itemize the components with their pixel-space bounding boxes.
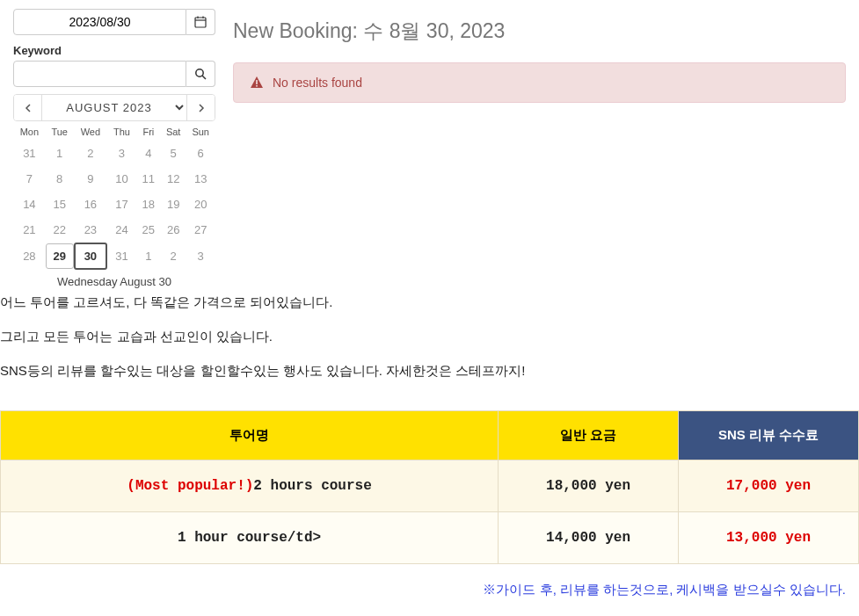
next-month-button[interactable] — [186, 95, 215, 120]
col-tour-name: 투어명 — [1, 411, 499, 460]
day-header: Sat — [161, 123, 186, 141]
main-content: New Booking: 수 8월 30, 2023 No results fo… — [233, 9, 846, 290]
intro-line: SNS등의 리뷰를 할수있는 대상을 할인할수있는 행사도 있습니다. 자세한것… — [0, 359, 859, 382]
calendar-day[interactable]: 12 — [161, 166, 186, 192]
regular-price-cell: 18,000 yen — [499, 460, 679, 512]
price-table: 투어명 일반 요금 SNS 리뷰 수수료 (Most popular!)2 ho… — [0, 410, 859, 564]
calendar-footer: Wednesday August 30 — [13, 270, 215, 290]
calendar-day[interactable]: 3 — [186, 243, 215, 269]
calendar-day[interactable]: 1 — [46, 141, 74, 166]
sidebar: Keyword AUGUST 2023 — [13, 9, 215, 290]
search-icon — [194, 68, 207, 80]
intro-line: 그리고 모든 투어는 교습과 선교인이 있습니다. — [0, 324, 859, 348]
calendar-day[interactable]: 20 — [186, 192, 215, 217]
calendar-day[interactable]: 16 — [74, 192, 108, 217]
svg-point-4 — [196, 69, 203, 76]
svg-line-5 — [202, 76, 206, 79]
tour-name-cell: (Most popular!)2 hours course — [1, 460, 499, 512]
no-results-alert: No results found — [233, 62, 846, 103]
keyword-group — [13, 61, 215, 87]
calendar-day[interactable]: 5 — [161, 141, 186, 166]
calendar-day[interactable]: 1 — [136, 243, 161, 269]
calendar-day[interactable]: 2 — [161, 243, 186, 269]
calendar-open-button[interactable] — [186, 9, 215, 35]
calendar-day[interactable]: 29 — [46, 243, 74, 269]
calendar-day[interactable]: 23 — [74, 217, 108, 243]
calendar-day[interactable]: 7 — [13, 166, 46, 192]
col-sns-price: SNS 리뷰 수수료 — [679, 411, 859, 460]
day-header: Mon — [13, 123, 46, 141]
day-header: Sun — [186, 123, 215, 141]
col-regular-price: 일반 요금 — [499, 411, 679, 460]
chevron-left-icon — [25, 104, 32, 112]
calendar-day[interactable]: 14 — [13, 192, 46, 217]
calendar-day[interactable]: 25 — [136, 217, 161, 243]
search-button[interactable] — [186, 61, 215, 87]
calendar-grid: MonTueWedThuFriSatSun 311234567891011121… — [13, 123, 215, 270]
chevron-right-icon — [198, 104, 205, 112]
calendar-day[interactable]: 30 — [74, 243, 108, 270]
date-group — [13, 9, 215, 35]
calendar-day[interactable]: 17 — [107, 192, 136, 217]
calendar-day[interactable]: 13 — [186, 166, 215, 192]
calendar-day[interactable]: 31 — [13, 141, 46, 166]
calendar-day[interactable]: 18 — [136, 192, 161, 217]
day-header: Wed — [74, 123, 108, 141]
warning-icon — [250, 76, 264, 90]
intro-line: 어느 투어를 고르셔도, 다 똑같은 가격으로 되어있습니다. — [0, 290, 859, 314]
prev-month-button[interactable] — [14, 95, 42, 120]
calendar-nav: AUGUST 2023 — [13, 94, 215, 121]
sns-price-cell: 17,000 yen — [679, 460, 859, 512]
regular-price-cell: 14,000 yen — [499, 512, 679, 564]
calendar-day[interactable]: 2 — [74, 141, 108, 166]
svg-rect-0 — [195, 18, 206, 27]
calendar-day[interactable]: 28 — [13, 243, 46, 269]
calendar-day[interactable]: 27 — [186, 217, 215, 243]
tour-name-cell: 1 hour course/td> — [1, 512, 499, 564]
calendar-day[interactable]: 19 — [161, 192, 186, 217]
svg-rect-6 — [256, 80, 258, 84]
month-select[interactable]: AUGUST 2023 — [42, 95, 186, 120]
calendar-day[interactable]: 24 — [107, 217, 136, 243]
calendar-day[interactable]: 11 — [136, 166, 161, 192]
calendar-day[interactable]: 31 — [107, 243, 136, 269]
calendar-day[interactable]: 22 — [46, 217, 74, 243]
day-header: Thu — [107, 123, 136, 141]
calendar-day[interactable]: 10 — [107, 166, 136, 192]
alert-text: No results found — [273, 76, 362, 90]
page-title: New Booking: 수 8월 30, 2023 — [233, 18, 846, 45]
keyword-label: Keyword — [13, 44, 215, 57]
day-header: Tue — [46, 123, 74, 141]
calendar-day[interactable]: 26 — [161, 217, 186, 243]
keyword-input[interactable] — [13, 61, 186, 87]
day-header: Fri — [136, 123, 161, 141]
svg-rect-7 — [256, 85, 258, 87]
intro-text: 어느 투어를 고르셔도, 다 똑같은 가격으로 되어있습니다. 그리고 모든 투… — [0, 290, 859, 410]
calendar-day[interactable]: 21 — [13, 217, 46, 243]
calendar-icon — [194, 16, 207, 28]
calendar-day[interactable]: 4 — [136, 141, 161, 166]
sns-price-cell: 13,000 yen — [679, 512, 859, 564]
calendar-day[interactable]: 9 — [74, 166, 108, 192]
footnote: ※가이드 후, 리뷰를 하는것으로, 케시백을 받으실수 있습니다. — [0, 582, 859, 616]
calendar-day[interactable]: 6 — [186, 141, 215, 166]
calendar-day[interactable]: 15 — [46, 192, 74, 217]
calendar-day[interactable]: 3 — [107, 141, 136, 166]
calendar-day[interactable]: 8 — [46, 166, 74, 192]
date-input[interactable] — [13, 9, 186, 35]
